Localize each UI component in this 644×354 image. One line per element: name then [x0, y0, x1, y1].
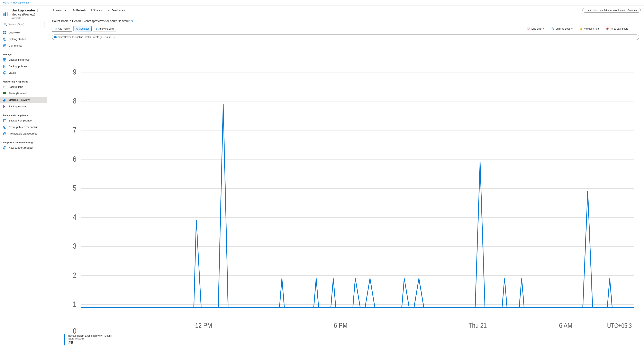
share-button[interactable]: ⤴ Share ▾ — [88, 7, 105, 13]
more-options-button[interactable]: ··· — [633, 26, 639, 32]
svg-rect-40 — [4, 148, 5, 149]
add-metric-label: Add metric — [58, 27, 70, 30]
svg-text:2: 2 — [73, 271, 76, 279]
drill-into-logs-button[interactable]: 🔍 Drill into Logs ▾ — [549, 26, 575, 31]
search-input[interactable] — [8, 23, 43, 26]
breadcrumb-home[interactable]: Home — [3, 1, 10, 4]
svg-rect-33 — [4, 107, 5, 107]
metrics-chart: 9 8 7 6 5 4 3 2 1 0 12 PM 6 PM Thu 21 — [52, 43, 639, 334]
legend-label: Backup Health Events (preview) (Count) — [68, 334, 112, 337]
svg-rect-7 — [5, 33, 6, 34]
sidebar-item-vaults[interactable]: Vaults — [0, 70, 47, 76]
sidebar-item-backup-policies[interactable]: Backup policies — [0, 63, 47, 70]
plus-icon: + — [52, 8, 54, 12]
metric-tag-text: azurefilesvault, Backup Health Events (p… — [58, 36, 111, 39]
share-icon: ⤴ — [91, 9, 92, 12]
svg-rect-28 — [4, 99, 5, 101]
sidebar-item-backup-instances[interactable]: Backup instances — [0, 57, 47, 63]
section-manage: Manage — [0, 51, 47, 57]
svg-rect-32 — [4, 106, 5, 107]
svg-rect-26 — [4, 94, 4, 94]
svg-text:0: 0 — [73, 327, 76, 334]
add-filter-label: Add filter — [79, 27, 89, 30]
line-chart-label: Line chart — [531, 27, 542, 30]
legend-block: Backup Health Events (preview) (Count) a… — [68, 334, 112, 346]
pin-to-dashboard-button[interactable]: 📌 Pin to dashboard — [603, 26, 631, 31]
sidebar-item-metrics-preview[interactable]: Metrics (Preview) — [0, 97, 47, 103]
chart-title-row: Count Backup Health Events (preview) for… — [52, 19, 639, 23]
feedback-label: Feedback — [112, 9, 123, 12]
new-chart-button[interactable]: + New chart — [50, 7, 70, 13]
svg-rect-25 — [5, 93, 6, 93]
sidebar-item-community[interactable]: Community — [0, 42, 47, 49]
svg-text:?: ? — [4, 38, 5, 40]
community-icon — [3, 44, 6, 48]
sidebar-item-label: New support request — [8, 146, 33, 149]
sidebar-item-label: Protectable datasources — [8, 132, 37, 135]
svg-text:5: 5 — [73, 184, 76, 192]
sidebar-title-block: Backup center | Metrics (Preview) Micros… — [12, 8, 44, 19]
sidebar-item-new-support[interactable]: New support request — [0, 145, 47, 151]
svg-rect-24 — [4, 93, 4, 93]
sidebar-item-alerts-preview[interactable]: Alerts (Preview) — [0, 90, 47, 97]
metric-tag-icon — [54, 36, 57, 38]
svg-rect-14 — [3, 60, 4, 61]
svg-text:6 AM: 6 AM — [559, 321, 572, 329]
sidebar-item-backup-jobs[interactable]: Backup jobs — [0, 84, 47, 90]
metric-tag[interactable]: azurefilesvault, Backup Health Events (p… — [52, 34, 639, 40]
sidebar-header: Backup center | Metrics (Preview) Micros… — [0, 5, 47, 20]
sidebar-app-title: Backup center | Metrics (Preview) — [12, 8, 44, 17]
feedback-icon: ☺ — [108, 9, 110, 12]
legend-sublabel: azurefilesvault — [68, 337, 112, 340]
divider — [3, 111, 44, 111]
datasource-icon — [3, 132, 6, 136]
sidebar-item-azure-policies[interactable]: Azure policies for backup — [0, 124, 47, 131]
chart-toolbar-right: 📈 Line chart ▾ 🔍 Drill into Logs ▾ 🔔 New… — [524, 26, 639, 32]
app-container: Home > Backup center Back — [0, 0, 644, 354]
sidebar-item-label: Metrics (Preview) — [8, 98, 30, 101]
pin-dashboard-label: Pin to dashboard — [610, 27, 628, 30]
search-icon: 🔍 — [4, 23, 7, 26]
svg-rect-29 — [5, 99, 6, 101]
alert-icon: 🔔 — [580, 27, 583, 30]
svg-text:12 PM: 12 PM — [195, 321, 212, 329]
feedback-button[interactable]: ☺ Feedback ▾ — [106, 7, 128, 13]
sidebar-item-backup-reports[interactable]: Backup reports — [0, 103, 47, 110]
sidebar-item-label: Backup compliance — [8, 119, 32, 122]
svg-rect-27 — [3, 100, 4, 101]
add-filter-button[interactable]: ⊕ Add filter — [74, 26, 92, 31]
add-metric-icon: ⊕ — [54, 27, 57, 30]
overview-icon — [3, 31, 6, 34]
new-alert-rule-button[interactable]: 🔔 New alert rule — [577, 26, 602, 31]
jobs-icon — [3, 85, 6, 89]
toolbar: + New chart ↻ Refresh ⤴ Share ▾ ☺ Feedba… — [47, 5, 644, 15]
time-range-button[interactable]: Local Time: Last 24 hours (Automatic - 5… — [582, 8, 641, 13]
refresh-icon: ↻ — [73, 8, 75, 12]
sidebar-item-getting-started[interactable]: ? Getting started — [0, 36, 47, 42]
pin-icon: 📌 — [606, 27, 609, 30]
sidebar-company: Microsoft — [12, 17, 44, 19]
drill-logs-label: Drill into Logs — [556, 27, 570, 30]
main-area: Backup center | Metrics (Preview) Micros… — [0, 5, 644, 354]
svg-rect-2 — [7, 12, 8, 16]
add-metric-button[interactable]: ⊕ Add metric — [52, 26, 72, 32]
backup-center-icon — [3, 10, 10, 17]
metric-tag-close[interactable]: ✕ — [113, 35, 116, 39]
refresh-button[interactable]: ↻ Refresh — [70, 7, 88, 13]
legend-color-bar — [64, 334, 65, 346]
sidebar-item-backup-compliance[interactable]: Backup compliance — [0, 117, 47, 124]
policy-icon — [3, 64, 6, 68]
line-chart-button[interactable]: 📈 Line chart ▾ — [524, 26, 547, 31]
sidebar-item-overview[interactable]: Overview — [0, 29, 47, 36]
sidebar-collapse-button[interactable]: ‹ — [45, 90, 47, 96]
sidebar-item-protectable-datasources[interactable]: Protectable datasources — [0, 131, 47, 137]
share-label: Share — [93, 9, 100, 12]
app-logo — [3, 10, 10, 17]
apply-splitting-button[interactable]: ⊞ Apply splitting — [93, 26, 116, 31]
svg-rect-0 — [4, 13, 4, 16]
sidebar-item-label: Overview — [8, 31, 20, 34]
search-box[interactable]: 🔍 — [2, 22, 45, 27]
sidebar-item-label: Azure policies for backup — [8, 126, 38, 129]
svg-rect-6 — [3, 33, 4, 34]
edit-icon[interactable]: ✎ — [131, 19, 134, 23]
